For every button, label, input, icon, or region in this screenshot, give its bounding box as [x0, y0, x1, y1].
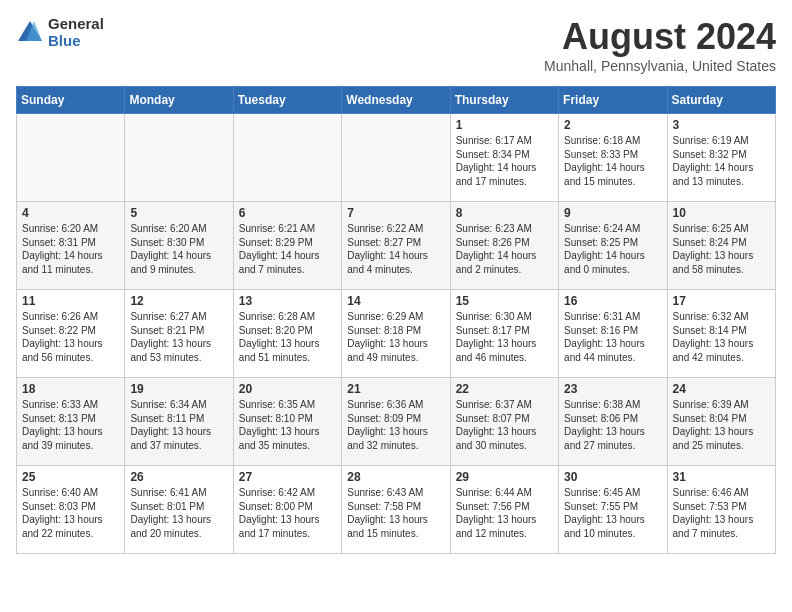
header-day-tuesday: Tuesday [233, 87, 341, 114]
day-number: 7 [347, 206, 444, 220]
title-area: August 2024 Munhall, Pennsylvania, Unite… [544, 16, 776, 74]
day-info: Sunrise: 6:43 AM Sunset: 7:58 PM Dayligh… [347, 486, 444, 540]
calendar-week-row: 11Sunrise: 6:26 AM Sunset: 8:22 PM Dayli… [17, 290, 776, 378]
location-text: Munhall, Pennsylvania, United States [544, 58, 776, 74]
calendar-cell: 29Sunrise: 6:44 AM Sunset: 7:56 PM Dayli… [450, 466, 558, 554]
day-number: 10 [673, 206, 770, 220]
calendar-cell: 12Sunrise: 6:27 AM Sunset: 8:21 PM Dayli… [125, 290, 233, 378]
calendar-week-row: 25Sunrise: 6:40 AM Sunset: 8:03 PM Dayli… [17, 466, 776, 554]
calendar-cell: 16Sunrise: 6:31 AM Sunset: 8:16 PM Dayli… [559, 290, 667, 378]
calendar-cell [17, 114, 125, 202]
day-info: Sunrise: 6:33 AM Sunset: 8:13 PM Dayligh… [22, 398, 119, 452]
logo-icon [16, 19, 44, 47]
calendar-cell: 9Sunrise: 6:24 AM Sunset: 8:25 PM Daylig… [559, 202, 667, 290]
day-number: 18 [22, 382, 119, 396]
day-info: Sunrise: 6:37 AM Sunset: 8:07 PM Dayligh… [456, 398, 553, 452]
day-info: Sunrise: 6:23 AM Sunset: 8:26 PM Dayligh… [456, 222, 553, 276]
day-info: Sunrise: 6:40 AM Sunset: 8:03 PM Dayligh… [22, 486, 119, 540]
day-info: Sunrise: 6:42 AM Sunset: 8:00 PM Dayligh… [239, 486, 336, 540]
day-number: 8 [456, 206, 553, 220]
calendar-cell: 30Sunrise: 6:45 AM Sunset: 7:55 PM Dayli… [559, 466, 667, 554]
calendar-cell [125, 114, 233, 202]
day-info: Sunrise: 6:41 AM Sunset: 8:01 PM Dayligh… [130, 486, 227, 540]
calendar-cell: 4Sunrise: 6:20 AM Sunset: 8:31 PM Daylig… [17, 202, 125, 290]
day-number: 27 [239, 470, 336, 484]
day-info: Sunrise: 6:20 AM Sunset: 8:31 PM Dayligh… [22, 222, 119, 276]
calendar-cell: 26Sunrise: 6:41 AM Sunset: 8:01 PM Dayli… [125, 466, 233, 554]
calendar-cell: 6Sunrise: 6:21 AM Sunset: 8:29 PM Daylig… [233, 202, 341, 290]
calendar-cell: 28Sunrise: 6:43 AM Sunset: 7:58 PM Dayli… [342, 466, 450, 554]
calendar-table: SundayMondayTuesdayWednesdayThursdayFrid… [16, 86, 776, 554]
calendar-week-row: 18Sunrise: 6:33 AM Sunset: 8:13 PM Dayli… [17, 378, 776, 466]
logo-blue-text: Blue [48, 33, 104, 50]
logo: General Blue [16, 16, 104, 49]
calendar-cell: 7Sunrise: 6:22 AM Sunset: 8:27 PM Daylig… [342, 202, 450, 290]
day-number: 21 [347, 382, 444, 396]
calendar-cell: 23Sunrise: 6:38 AM Sunset: 8:06 PM Dayli… [559, 378, 667, 466]
day-number: 19 [130, 382, 227, 396]
calendar-cell: 11Sunrise: 6:26 AM Sunset: 8:22 PM Dayli… [17, 290, 125, 378]
day-number: 16 [564, 294, 661, 308]
day-number: 23 [564, 382, 661, 396]
calendar-cell: 22Sunrise: 6:37 AM Sunset: 8:07 PM Dayli… [450, 378, 558, 466]
header-day-thursday: Thursday [450, 87, 558, 114]
calendar-week-row: 4Sunrise: 6:20 AM Sunset: 8:31 PM Daylig… [17, 202, 776, 290]
calendar-cell: 18Sunrise: 6:33 AM Sunset: 8:13 PM Dayli… [17, 378, 125, 466]
calendar-cell: 21Sunrise: 6:36 AM Sunset: 8:09 PM Dayli… [342, 378, 450, 466]
calendar-cell: 24Sunrise: 6:39 AM Sunset: 8:04 PM Dayli… [667, 378, 775, 466]
day-info: Sunrise: 6:29 AM Sunset: 8:18 PM Dayligh… [347, 310, 444, 364]
calendar-cell: 1Sunrise: 6:17 AM Sunset: 8:34 PM Daylig… [450, 114, 558, 202]
day-info: Sunrise: 6:45 AM Sunset: 7:55 PM Dayligh… [564, 486, 661, 540]
day-number: 15 [456, 294, 553, 308]
day-number: 14 [347, 294, 444, 308]
day-number: 5 [130, 206, 227, 220]
calendar-cell: 15Sunrise: 6:30 AM Sunset: 8:17 PM Dayli… [450, 290, 558, 378]
day-info: Sunrise: 6:24 AM Sunset: 8:25 PM Dayligh… [564, 222, 661, 276]
day-number: 24 [673, 382, 770, 396]
calendar-cell: 14Sunrise: 6:29 AM Sunset: 8:18 PM Dayli… [342, 290, 450, 378]
day-number: 9 [564, 206, 661, 220]
day-number: 1 [456, 118, 553, 132]
calendar-header-row: SundayMondayTuesdayWednesdayThursdayFrid… [17, 87, 776, 114]
calendar-cell [233, 114, 341, 202]
day-number: 30 [564, 470, 661, 484]
calendar-cell: 5Sunrise: 6:20 AM Sunset: 8:30 PM Daylig… [125, 202, 233, 290]
calendar-cell: 31Sunrise: 6:46 AM Sunset: 7:53 PM Dayli… [667, 466, 775, 554]
day-number: 20 [239, 382, 336, 396]
calendar-cell: 19Sunrise: 6:34 AM Sunset: 8:11 PM Dayli… [125, 378, 233, 466]
calendar-cell: 25Sunrise: 6:40 AM Sunset: 8:03 PM Dayli… [17, 466, 125, 554]
day-number: 22 [456, 382, 553, 396]
day-number: 11 [22, 294, 119, 308]
calendar-week-row: 1Sunrise: 6:17 AM Sunset: 8:34 PM Daylig… [17, 114, 776, 202]
calendar-cell: 13Sunrise: 6:28 AM Sunset: 8:20 PM Dayli… [233, 290, 341, 378]
calendar-cell: 20Sunrise: 6:35 AM Sunset: 8:10 PM Dayli… [233, 378, 341, 466]
calendar-cell: 2Sunrise: 6:18 AM Sunset: 8:33 PM Daylig… [559, 114, 667, 202]
day-number: 29 [456, 470, 553, 484]
day-info: Sunrise: 6:31 AM Sunset: 8:16 PM Dayligh… [564, 310, 661, 364]
day-info: Sunrise: 6:17 AM Sunset: 8:34 PM Dayligh… [456, 134, 553, 188]
day-info: Sunrise: 6:26 AM Sunset: 8:22 PM Dayligh… [22, 310, 119, 364]
calendar-cell: 17Sunrise: 6:32 AM Sunset: 8:14 PM Dayli… [667, 290, 775, 378]
day-info: Sunrise: 6:19 AM Sunset: 8:32 PM Dayligh… [673, 134, 770, 188]
day-number: 6 [239, 206, 336, 220]
day-info: Sunrise: 6:20 AM Sunset: 8:30 PM Dayligh… [130, 222, 227, 276]
day-info: Sunrise: 6:39 AM Sunset: 8:04 PM Dayligh… [673, 398, 770, 452]
header-day-saturday: Saturday [667, 87, 775, 114]
calendar-cell: 10Sunrise: 6:25 AM Sunset: 8:24 PM Dayli… [667, 202, 775, 290]
day-info: Sunrise: 6:18 AM Sunset: 8:33 PM Dayligh… [564, 134, 661, 188]
calendar-cell: 27Sunrise: 6:42 AM Sunset: 8:00 PM Dayli… [233, 466, 341, 554]
day-number: 13 [239, 294, 336, 308]
day-number: 12 [130, 294, 227, 308]
header-day-friday: Friday [559, 87, 667, 114]
day-number: 17 [673, 294, 770, 308]
day-info: Sunrise: 6:34 AM Sunset: 8:11 PM Dayligh… [130, 398, 227, 452]
day-number: 3 [673, 118, 770, 132]
day-info: Sunrise: 6:44 AM Sunset: 7:56 PM Dayligh… [456, 486, 553, 540]
day-info: Sunrise: 6:46 AM Sunset: 7:53 PM Dayligh… [673, 486, 770, 540]
day-info: Sunrise: 6:38 AM Sunset: 8:06 PM Dayligh… [564, 398, 661, 452]
logo-general-text: General [48, 16, 104, 33]
header-day-wednesday: Wednesday [342, 87, 450, 114]
day-number: 28 [347, 470, 444, 484]
month-title: August 2024 [544, 16, 776, 58]
day-info: Sunrise: 6:32 AM Sunset: 8:14 PM Dayligh… [673, 310, 770, 364]
